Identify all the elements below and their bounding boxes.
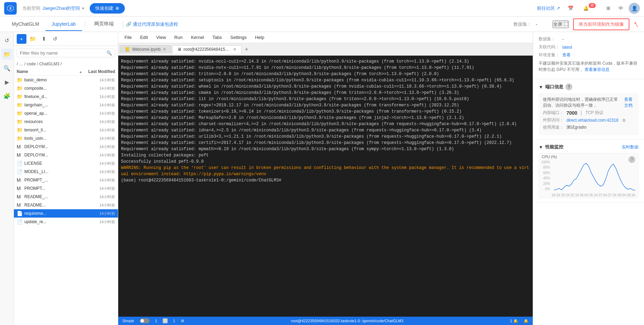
menu-item-edit[interactable]: Edit [137,33,151,41]
file-icon-2: 📁 [17,94,22,99]
menu-item-run[interactable]: Run [171,33,186,41]
file-item-9[interactable]: MDEPLOYM...14小时前 [14,151,118,159]
file-item-14[interactable]: MREADME_...14小时前 [14,193,118,201]
tab-terminal[interactable]: 网页终端 [88,17,120,31]
menu-item-settings[interactable]: Settings [227,33,250,41]
calendar-icon[interactable]: 📅 [566,3,575,13]
notebook-tab-1[interactable]: 🖥root@4222356948415160:~✕ [172,45,242,54]
file-icon-10: 📄 [17,161,22,166]
file-list-header[interactable]: Name ▲ Last Modified [14,68,118,76]
status-right: 1 🔔 [510,319,518,323]
menu-item-view[interactable]: View [153,33,169,41]
file-modified-2: 14小时前 [84,94,115,99]
notification-area: 🔔 赠 [581,3,598,13]
internal-port-row: 内部端口： 7000 │ TCP 协议 [543,110,634,116]
lang-toggle[interactable]: 中 [619,5,623,11]
terminal-line-5: Requirement already satisfied: cmake in … [121,90,530,96]
tab-label-1: root@4222356948415160:~ [184,47,231,52]
grid-icon[interactable]: ⊞ [603,3,613,13]
file-item-13[interactable]: MPROMPT...14小时前 [14,184,118,193]
sidebar-icon-files[interactable]: 📁 [1,49,13,60]
tab-close-1[interactable]: ✕ [233,47,236,52]
tab-mychatglm[interactable]: MyChatGLM [6,18,46,31]
file-item-4[interactable]: 📁openai_ap...14小时前 [14,109,118,117]
file-item-6[interactable]: 📁tensorrt_ll...14小时前 [14,126,118,134]
perf-chevron-icon: ▼ [539,145,543,150]
proxy-link[interactable]: 🔗 通过代理原加速包进程 [126,21,178,27]
space-chevron[interactable]: ▾ [82,6,84,11]
terminal-line-17: WARNING: Running pip as the 'root' user … [121,165,530,177]
simple-toggle[interactable] [140,318,150,323]
file-modified-3: 14小时前 [84,103,115,108]
file-name-3: langchain_... [24,103,82,107]
port-section-header[interactable]: ▼ 端口信息 ? [539,83,638,90]
refresh-button[interactable]: ↺ [50,34,60,44]
tab-jupyterlab[interactable]: JupyterLab [46,18,82,31]
menu-item-help[interactable]: Help [251,33,268,41]
protocol: TCP 协议 [586,110,603,116]
chart-help-icon[interactable]: ? [628,156,635,163]
use-row: 使用用途： 测试gradio [543,124,634,130]
file-item-16[interactable]: 📄requireme...14小时前 [14,209,118,218]
file-item-0[interactable]: 📁basic_demo14小时前 [14,76,118,84]
community-link[interactable]: 前往社区 ↗ [537,5,560,11]
port-chevron-icon: ▼ [539,84,543,90]
file-item-12[interactable]: MPROMPT_...14小时前 [14,176,118,184]
menu-item-file[interactable]: File [121,33,135,41]
tab-close-0[interactable]: ✕ [163,47,166,52]
file-item-2[interactable]: 📁finetune_d...14小时前 [14,92,118,101]
y-label-3: 40% [539,176,550,180]
add-tab-button[interactable]: + [242,45,251,54]
quick-create-button[interactable]: 快速创建 ⊕ [90,3,125,14]
upload-button[interactable]: ⬆ [39,34,49,44]
terminal-line-16: Successfully installed peft-0.9.0 [121,159,530,165]
notebook-tab-0[interactable]: 📒Welcome.ipynb✕ [120,45,171,53]
copy-icon[interactable]: ⧉ [622,118,626,123]
topbar-right: 前往社区 ↗ 📅 🔔 赠 ⊞ 中 👤 [537,3,640,14]
space-name[interactable]: JaegerZhao的空间 [42,5,80,11]
terminal-area[interactable]: Requirement already satisfied: nvidia-nc… [118,56,533,317]
file-icon-14: M [17,194,22,200]
file-item-15[interactable]: MREADME...14小时前 [14,201,118,209]
file-item-3[interactable]: 📁langchain_...14小时前 [14,101,118,109]
file-icon-15: M [17,202,22,208]
avatar[interactable]: 👤 [629,3,640,14]
file-name-0: basic_demo [24,78,82,82]
sidebar-icon-search[interactable]: 🔍 [1,63,13,74]
file-icon-8: M [17,144,22,149]
terminal-line-9: Requirement already satisfied: MarkupSaf… [121,115,530,121]
sidebar-icon-puzzle[interactable]: 🧩 [1,90,13,101]
fullscreen-button[interactable]: 全屏 ⛶ [553,21,569,28]
make-image-button[interactable]: 将当前环境制作为镜像 [573,18,629,30]
port-doc-link[interactable]: 查看文档 [624,97,634,108]
compat-link[interactable]: 查看兼容信息 [585,67,610,72]
file-item-7[interactable]: 📁tools_usin...14小时前 [14,134,118,143]
menu-item-kernel[interactable]: Kernel [187,33,208,41]
file-item-5[interactable]: 📁resources14小时前 [14,117,118,126]
status-gear-icon[interactable]: ⚙ [181,319,184,323]
file-item-1[interactable]: 📁composite...14小时前 [14,84,118,92]
file-name-7: tools_usin... [24,136,82,141]
port-title: 端口信息 [545,84,563,90]
perf-section-header[interactable]: ▼ 性能监控 [539,144,563,150]
file-item-8[interactable]: MDEPLOYM...14小时前 [14,143,118,151]
file-modified-1: 14小时前 [84,86,115,91]
status-bell-icon[interactable]: 🔔 [524,319,529,323]
perf-header: ▼ 性能监控 实时数据 [539,144,638,150]
port-help-icon[interactable]: ? [565,83,572,90]
code-value[interactable]: latest [562,45,572,50]
sidebar-icon-refresh[interactable]: ↺ [1,35,13,46]
file-item-10[interactable]: 📄LICENSE14小时前 [14,159,118,168]
env-value[interactable]: 查看 [562,52,571,58]
new-file-button[interactable]: + [17,34,26,44]
file-item-17[interactable]: 📄update_re...14小时前 [14,218,118,226]
new-folder-button[interactable]: 📁 [28,34,38,44]
menu-item-tabs[interactable]: Tabs [209,33,225,41]
external-value[interactable]: direct.virtaicloud.com:42318 [566,118,618,123]
file-name-11: MODEL_LI... [24,169,82,174]
search-input[interactable] [20,50,104,56]
tab-icon-0: 📒 [125,47,130,52]
file-item-11[interactable]: 📄MODEL_LI...14小时前 [14,168,118,176]
sidebar-icon-run[interactable]: ▶ [1,76,13,88]
perf-realtime[interactable]: 实时数据 [622,144,638,150]
